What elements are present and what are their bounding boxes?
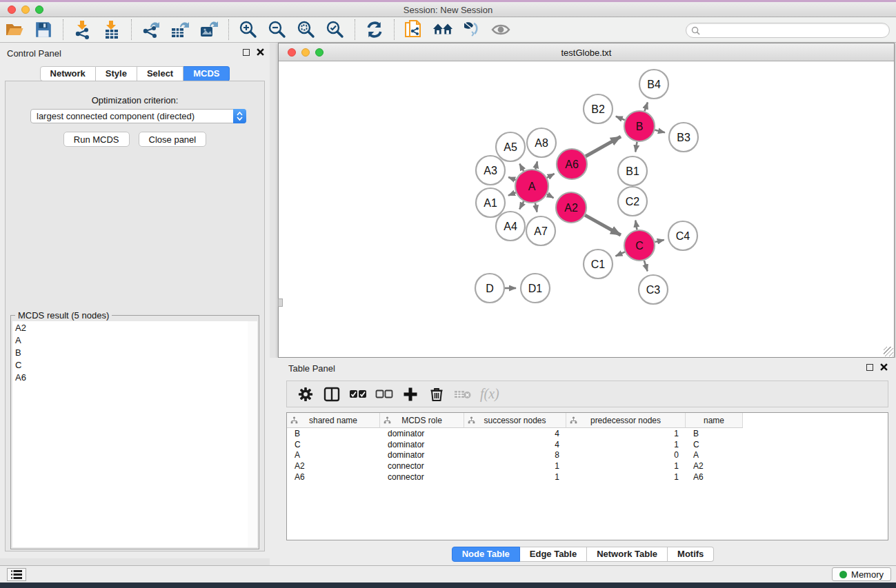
mcds-result-list[interactable]: A2ABCA6 — [12, 321, 249, 547]
table-row-c[interactable]: Cdominator41C — [287, 439, 888, 450]
memory-status-icon — [839, 571, 847, 578]
tab-edge-table[interactable]: Edge Table — [520, 547, 587, 562]
result-item-a6[interactable]: A6 — [12, 371, 248, 383]
network-graph[interactable]: AA2A6BCA1A3A4A5A7A8B1B2B3B4C1C2C3C4DD1 — [279, 61, 894, 357]
column-header-shared-name[interactable]: shared name — [287, 413, 380, 428]
control-panel-tabs: NetworkStyleSelectMCDS — [0, 66, 270, 81]
result-list-scrollbar[interactable] — [248, 321, 257, 547]
column-header-name[interactable]: name — [686, 413, 743, 428]
graph-edge-A-A5[interactable] — [519, 164, 524, 171]
graph-node-label-A7: A7 — [534, 225, 548, 237]
dropdown-selected-value: largest connected component (directed) — [31, 111, 233, 121]
add-column-icon[interactable] — [399, 384, 422, 405]
zoom-out-icon[interactable] — [267, 19, 288, 40]
result-item-a[interactable]: A — [12, 334, 248, 346]
graph-node-label-A1: A1 — [484, 197, 497, 209]
tab-select[interactable]: Select — [137, 66, 183, 81]
table-row-a6[interactable]: A6connector11A6 — [287, 472, 888, 483]
function-builder-icon[interactable]: f(x) — [480, 386, 499, 402]
float-panel-icon[interactable] — [243, 49, 250, 56]
graph-edge-A-A3[interactable] — [508, 177, 516, 180]
graph-edge-C-C3[interactable] — [644, 261, 648, 271]
toolbar-search-field[interactable] — [686, 23, 890, 38]
table-row-b[interactable]: Bdominator41B — [287, 428, 888, 439]
task-history-icon[interactable] — [7, 568, 26, 581]
cell-successor-nodes: 1 — [464, 472, 566, 482]
table-settings-icon[interactable] — [294, 384, 317, 405]
graph-edge-B-B1[interactable] — [635, 142, 637, 152]
graph-edge-B-B2[interactable] — [616, 116, 625, 120]
graph-edge-A-A8[interactable] — [535, 161, 537, 169]
graph-edge-A-A2[interactable] — [547, 194, 554, 198]
graph-edge-A-A4[interactable] — [519, 201, 524, 209]
new-network-from-selection-icon[interactable] — [404, 19, 424, 40]
graph-edge-A6-B[interactable] — [586, 136, 621, 156]
column-header-successor-nodes[interactable]: successor nodes — [464, 413, 566, 428]
import-table-icon[interactable] — [101, 19, 122, 40]
close-table-panel-icon[interactable] — [880, 363, 888, 371]
result-item-c[interactable]: C — [12, 358, 248, 371]
memory-button[interactable]: Memory — [832, 567, 891, 581]
tab-network[interactable]: Network — [40, 66, 96, 81]
graph-node-label-D1: D1 — [528, 283, 543, 294]
graph-node-label-B3: B3 — [677, 132, 690, 143]
tab-node-table[interactable]: Node Table — [452, 547, 520, 562]
table-header-row: shared nameMCDS rolesuccessor nodesprede… — [287, 413, 888, 428]
graph-node-label-B1: B1 — [626, 165, 639, 177]
result-item-a2[interactable]: A2 — [12, 321, 248, 334]
result-item-b[interactable]: B — [12, 346, 248, 358]
tab-motifs[interactable]: Motifs — [668, 547, 714, 562]
export-table-icon[interactable] — [170, 19, 190, 40]
column-header-MCDS-role[interactable]: MCDS role — [380, 413, 464, 428]
column-label: name — [704, 416, 724, 425]
graph-edge-A-A6[interactable] — [547, 174, 555, 178]
import-network-icon[interactable] — [72, 19, 93, 40]
run-mcds-button[interactable]: Run MCDS — [63, 132, 130, 147]
deselect-all-icon[interactable] — [372, 384, 396, 405]
close-panel-icon[interactable] — [257, 48, 264, 56]
network-window-titlebar[interactable]: testGlobe.txt — [279, 43, 894, 61]
optimization-criterion-dropdown[interactable]: largest connected component (directed) — [30, 109, 246, 123]
network-canvas[interactable]: AA2A6BCA1A3A4A5A7A8B1B2B3B4C1C2C3C4DD1 — [279, 61, 894, 357]
tab-network-table[interactable]: Network Table — [587, 547, 668, 562]
graph-edge-A-A7[interactable] — [535, 203, 537, 212]
export-image-icon[interactable] — [199, 19, 219, 40]
cell-successor-nodes: 4 — [464, 440, 566, 449]
graph-edge-C-C2[interactable] — [635, 221, 637, 230]
save-session-icon[interactable] — [33, 19, 54, 40]
delete-table-icon[interactable] — [451, 384, 475, 405]
float-table-panel-icon[interactable] — [866, 364, 873, 371]
zoom-selected-icon[interactable] — [325, 19, 346, 40]
table-row-a[interactable]: Adominator80A — [287, 450, 888, 461]
export-network-icon[interactable] — [141, 19, 161, 40]
status-bar: Memory — [0, 565, 896, 582]
split-view-icon[interactable] — [320, 384, 344, 405]
graph-edge-A-A1[interactable] — [508, 192, 516, 195]
window-edge-handle[interactable] — [278, 298, 283, 307]
search-input[interactable] — [703, 26, 889, 35]
tab-style[interactable]: Style — [96, 66, 137, 81]
select-all-icon[interactable] — [346, 384, 370, 405]
resize-grip[interactable] — [884, 347, 893, 356]
memory-label: Memory — [851, 569, 884, 580]
close-panel-button[interactable]: Close panel — [139, 132, 207, 147]
graph-edge-B-B4[interactable] — [644, 102, 647, 111]
cell-MCDS-role: dominator — [380, 440, 464, 449]
open-file-icon[interactable] — [4, 19, 25, 40]
zoom-fit-icon[interactable] — [296, 19, 317, 40]
tab-mcds[interactable]: MCDS — [183, 66, 230, 81]
graph-edge-C-C1[interactable] — [616, 252, 625, 256]
zoom-in-icon[interactable] — [238, 19, 259, 40]
refresh-view-icon[interactable] — [364, 19, 385, 40]
graph-edge-A2-C[interactable] — [585, 215, 621, 235]
delete-column-icon[interactable] — [425, 384, 448, 405]
cell-predecessor-nodes: 1 — [566, 440, 686, 449]
graph-edge-B-B3[interactable] — [655, 130, 665, 133]
first-neighbors-icon[interactable] — [432, 19, 453, 40]
graph-edge-C-C4[interactable] — [655, 240, 664, 242]
graph-node-label-A5: A5 — [504, 141, 517, 153]
hide-selected-icon[interactable] — [461, 19, 482, 40]
column-header-predecessor-nodes[interactable]: predecessor nodes — [566, 413, 686, 428]
show-all-icon[interactable] — [490, 19, 511, 40]
table-row-a2[interactable]: A2connector11A2 — [287, 460, 888, 472]
